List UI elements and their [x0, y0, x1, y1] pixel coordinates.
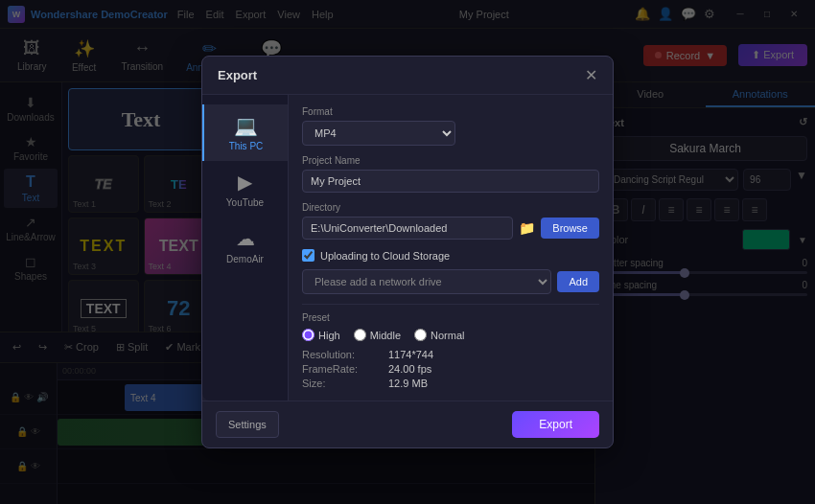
modal-title: Export — [218, 68, 257, 82]
network-row: Please add a network drive Add — [302, 269, 599, 294]
modal-footer: Settings Export — [202, 401, 613, 447]
preset-middle[interactable]: Middle — [354, 329, 401, 341]
demoair-icon: ☁ — [236, 227, 255, 250]
project-name-label: Project Name — [302, 155, 599, 166]
modal-body: 💻 This PC ▶ YouTube ☁ DemoAir Format MP4 — [202, 95, 613, 401]
folder-icon: 📁 — [519, 220, 535, 236]
modal-sidebar: 💻 This PC ▶ YouTube ☁ DemoAir — [202, 95, 289, 401]
demoair-label: DemoAir — [226, 254, 264, 264]
directory-row: 📁 Browse — [302, 217, 599, 240]
cloud-label: Uploading to Cloud Storage — [320, 250, 450, 262]
this-pc-icon: 💻 — [234, 114, 258, 137]
preset-normal-label: Normal — [431, 330, 464, 341]
resolution-value: 1174*744 — [388, 349, 599, 360]
directory-group: Directory 📁 Browse — [302, 202, 599, 240]
size-value: 12.9 MB — [388, 378, 599, 389]
modal-header: Export ✕ — [202, 57, 613, 95]
modal-sidebar-demoair[interactable]: ☁ DemoAir — [202, 218, 288, 274]
modal-form: Format MP4 AVI MOV Project Name Director… — [289, 95, 613, 401]
format-select[interactable]: MP4 AVI MOV — [302, 121, 455, 146]
network-drive-select[interactable]: Please add a network drive — [302, 269, 551, 294]
framerate-label: FrameRate: — [302, 363, 388, 375]
preset-middle-label: Middle — [370, 330, 401, 341]
preset-normal-radio[interactable] — [414, 329, 427, 341]
preset-radios: High Middle Normal — [302, 329, 599, 341]
size-label: Size: — [302, 378, 388, 389]
resolution-label: Resolution: — [302, 349, 388, 360]
preset-high[interactable]: High — [302, 329, 340, 341]
add-button[interactable]: Add — [557, 271, 599, 292]
modal-overlay: Export ✕ 💻 This PC ▶ YouTube ☁ DemoAir — [0, 0, 815, 504]
modal-sidebar-youtube[interactable]: ▶ YouTube — [202, 161, 288, 218]
preset-label: Preset — [302, 312, 599, 323]
youtube-label: YouTube — [226, 197, 264, 208]
directory-input[interactable] — [302, 217, 513, 240]
directory-label: Directory — [302, 202, 599, 213]
export-modal: Export ✕ 💻 This PC ▶ YouTube ☁ DemoAir — [201, 56, 614, 448]
project-name-input[interactable] — [302, 170, 599, 193]
format-group: Format MP4 AVI MOV — [302, 106, 599, 146]
divider — [302, 304, 599, 305]
settings-button[interactable]: Settings — [216, 411, 279, 438]
this-pc-label: This PC — [229, 141, 264, 151]
cloud-checkbox[interactable] — [302, 249, 314, 262]
preset-high-radio[interactable] — [302, 329, 314, 341]
preset-normal[interactable]: Normal — [414, 329, 464, 341]
modal-close-button[interactable]: ✕ — [585, 66, 597, 84]
info-grid: Resolution: 1174*744 FrameRate: 24.00 fp… — [302, 349, 599, 389]
project-name-group: Project Name — [302, 155, 599, 193]
framerate-value: 24.00 fps — [388, 363, 599, 375]
preset-middle-radio[interactable] — [354, 329, 366, 341]
browse-button[interactable]: Browse — [541, 218, 599, 239]
youtube-icon: ▶ — [238, 171, 252, 194]
format-label: Format — [302, 106, 599, 117]
modal-sidebar-this-pc[interactable]: 💻 This PC — [202, 104, 288, 161]
preset-high-label: High — [318, 330, 340, 341]
cloud-checkbox-row: Uploading to Cloud Storage — [302, 249, 599, 262]
export-main-button[interactable]: Export — [512, 411, 599, 438]
